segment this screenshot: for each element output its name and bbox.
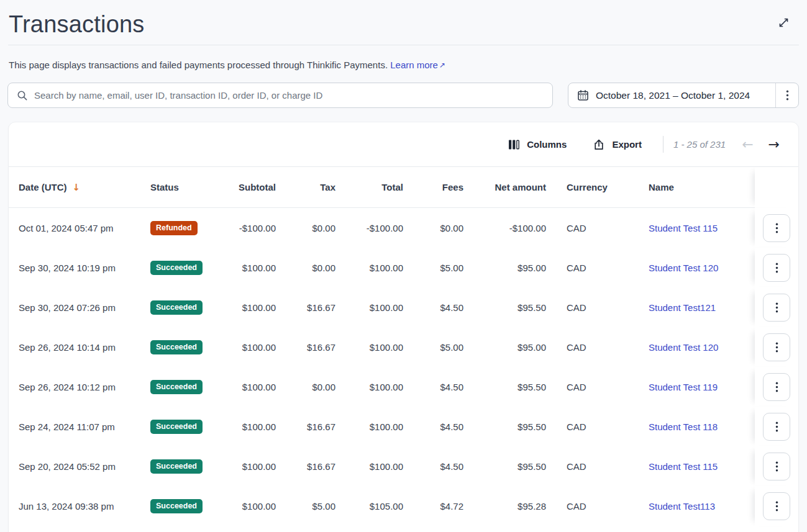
search-icon — [17, 90, 28, 104]
column-header-net-amount[interactable]: Net amount — [463, 167, 546, 208]
calendar-icon — [577, 89, 589, 101]
prev-arrow-icon: ← — [742, 137, 753, 152]
search-input[interactable] — [8, 83, 552, 107]
page-description: This page displays transactions and fail… — [9, 59, 798, 72]
cell-name: Student Test 120 — [629, 327, 755, 367]
learn-more-link[interactable]: Learn more↗ — [390, 60, 445, 70]
student-name-link[interactable]: Student Test 118 — [649, 422, 718, 432]
external-link-icon: ↗ — [439, 61, 445, 70]
table-row: Sep 26, 2024 10:14 pm Succeeded $100.00 … — [9, 327, 798, 367]
column-header-date[interactable]: Date (UTC) ↓ — [9, 167, 140, 208]
student-name-link[interactable]: Student Test 119 — [649, 382, 718, 392]
cell-name: Student Test 115 — [629, 208, 755, 248]
row-menu-button[interactable] — [763, 294, 790, 322]
column-header-net-amount-label: Net amount — [495, 182, 547, 192]
cell-tax: $16.67 — [276, 327, 335, 367]
cell-subtotal: $100.00 — [226, 446, 276, 486]
row-menu-button[interactable] — [763, 214, 790, 242]
export-icon — [593, 138, 605, 151]
cell-total: $100.00 — [335, 367, 403, 407]
row-menu-button[interactable] — [763, 453, 790, 480]
student-name-link[interactable]: Student Test 115 — [649, 223, 718, 233]
table-header-row: Date (UTC) ↓ Status Subtotal Tax Total F… — [9, 167, 798, 208]
cell-total: $100.00 — [335, 446, 403, 486]
kebab-icon — [775, 381, 778, 393]
student-name-link[interactable]: Student Test 120 — [649, 263, 718, 273]
export-button[interactable]: Export — [584, 133, 650, 156]
column-header-currency[interactable]: Currency — [546, 167, 629, 208]
cell-date: Sep 30, 2024 07:26 pm — [9, 287, 140, 327]
column-header-status[interactable]: Status — [140, 167, 226, 208]
transactions-card: Columns Export 1 - 25 of 231 ← → Date (U… — [8, 122, 799, 532]
cell-status: Succeeded — [140, 367, 226, 407]
expand-button[interactable] — [775, 15, 792, 32]
cell-status: Succeeded — [140, 287, 226, 327]
cell-net-amount: $95.28 — [463, 486, 546, 526]
cell-currency: CAD — [546, 446, 629, 486]
date-range-picker: October 18, 2021 – October 1, 2024 — [568, 83, 799, 108]
student-name-link[interactable]: Student Test 120 — [649, 342, 718, 353]
date-range-button[interactable]: October 18, 2021 – October 1, 2024 — [568, 83, 775, 107]
cell-name: Student Test 120 — [629, 248, 755, 287]
column-header-total[interactable]: Total — [335, 167, 403, 208]
row-menu-button[interactable] — [763, 254, 790, 282]
page-description-text: This page displays transactions and fail… — [9, 60, 388, 70]
cell-tax: $16.67 — [276, 287, 335, 327]
search-field — [7, 83, 553, 108]
table-row: Sep 26, 2024 10:12 pm Succeeded $100.00 … — [9, 367, 798, 407]
cell-subtotal: $100.00 — [226, 367, 276, 407]
columns-button[interactable]: Columns — [499, 134, 575, 155]
cell-actions — [755, 208, 798, 248]
toolbar-divider — [663, 136, 663, 153]
cell-currency: CAD — [546, 208, 629, 248]
next-page-button[interactable]: → — [764, 135, 785, 154]
page-header: Transactions — [0, 0, 807, 38]
column-header-subtotal[interactable]: Subtotal — [226, 167, 276, 208]
status-badge: Succeeded — [150, 420, 203, 434]
row-menu-button[interactable] — [763, 492, 790, 520]
column-header-fees[interactable]: Fees — [403, 167, 463, 208]
column-header-tax[interactable]: Tax — [276, 167, 335, 208]
table-row: Sep 30, 2024 07:26 pm Succeeded $100.00 … — [9, 287, 798, 327]
cell-fees: $5.00 — [403, 327, 463, 367]
kebab-icon — [775, 421, 778, 433]
cell-name: Student Test113 — [629, 486, 755, 526]
cell-currency: CAD — [546, 367, 629, 407]
cell-currency: CAD — [546, 407, 629, 446]
student-name-link[interactable]: Student Test113 — [649, 501, 715, 512]
column-header-actions — [755, 167, 798, 208]
row-menu-button[interactable] — [763, 413, 790, 441]
table-row: Sep 30, 2024 10:19 pm Succeeded $100.00 … — [9, 248, 798, 287]
status-badge: Succeeded — [150, 261, 203, 275]
cell-date: Sep 24, 2024 11:07 pm — [9, 407, 140, 446]
cell-total: $100.00 — [335, 327, 403, 367]
cell-net-amount: -$100.00 — [463, 208, 546, 248]
cell-date: Sep 26, 2024 10:12 pm — [9, 367, 140, 407]
column-header-name[interactable]: Name — [629, 167, 755, 208]
row-menu-button[interactable] — [763, 373, 790, 401]
column-header-subtotal-label: Subtotal — [239, 182, 276, 192]
columns-label: Columns — [527, 139, 567, 150]
cell-actions — [755, 327, 798, 367]
column-header-tax-label: Tax — [320, 182, 335, 192]
prev-page-button[interactable]: ← — [737, 135, 758, 154]
cell-actions — [755, 486, 798, 526]
kebab-icon — [775, 262, 778, 274]
cell-name: Student Test121 — [629, 287, 755, 327]
cell-date: Sep 30, 2024 10:19 pm — [9, 248, 140, 287]
column-header-currency-label: Currency — [567, 182, 608, 192]
cell-subtotal: $100.00 — [226, 287, 276, 327]
status-badge: Succeeded — [150, 459, 203, 474]
date-options-button[interactable] — [775, 83, 798, 107]
cell-currency: CAD — [546, 486, 629, 526]
cell-actions — [755, 367, 798, 407]
cell-fees: $4.50 — [403, 407, 463, 446]
columns-icon — [508, 139, 520, 150]
cell-currency: CAD — [546, 327, 629, 367]
student-name-link[interactable]: Student Test 115 — [649, 461, 718, 472]
cell-tax: $0.00 — [276, 367, 335, 407]
row-menu-button[interactable] — [763, 333, 790, 361]
kebab-icon — [775, 222, 778, 234]
expand-icon — [777, 16, 790, 31]
student-name-link[interactable]: Student Test121 — [649, 302, 716, 313]
